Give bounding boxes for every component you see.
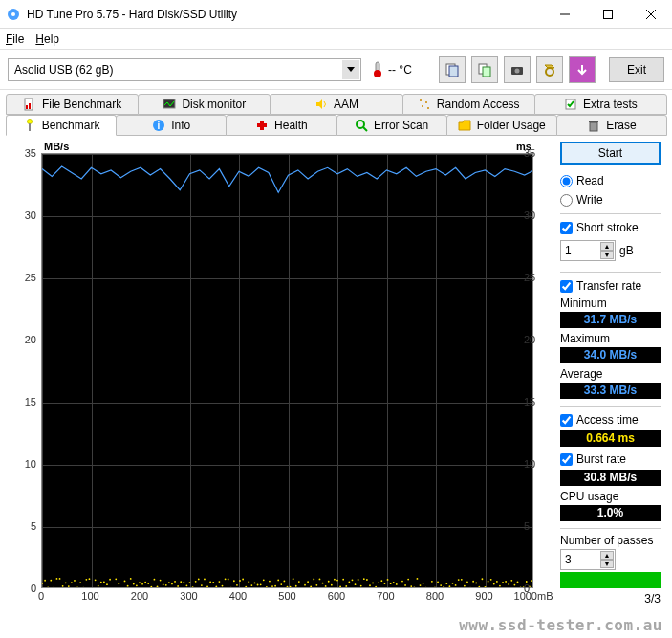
svg-point-171 <box>452 583 454 584</box>
copy-screenshot-button[interactable] <box>471 56 498 83</box>
svg-rect-11 <box>483 67 490 77</box>
svg-point-108 <box>266 586 268 588</box>
spin-up-icon[interactable]: ▲ <box>600 551 614 560</box>
screenshot-button[interactable] <box>504 56 531 83</box>
svg-point-129 <box>328 581 330 583</box>
svg-point-198 <box>531 580 533 582</box>
svg-point-172 <box>455 584 457 586</box>
svg-point-173 <box>458 579 460 581</box>
svg-point-59 <box>121 587 123 588</box>
svg-point-86 <box>201 584 203 586</box>
write-radio[interactable]: Write <box>560 191 661 209</box>
tab-extra-tests[interactable]: Extra tests <box>534 94 667 115</box>
tab-info[interactable]: iInfo <box>116 115 227 136</box>
svg-point-130 <box>331 584 333 586</box>
svg-point-52 <box>100 582 102 583</box>
svg-point-193 <box>517 581 519 583</box>
short-stroke-checkbox[interactable]: Short stroke <box>560 219 661 236</box>
health-icon <box>255 119 269 132</box>
svg-point-39 <box>62 585 64 587</box>
svg-point-150 <box>390 583 392 584</box>
tab-folder-usage[interactable]: Folder Usage <box>446 115 557 136</box>
maximize-button[interactable] <box>586 0 629 29</box>
svg-point-141 <box>363 578 365 580</box>
passes-label: Number of passes <box>560 534 661 547</box>
menu-help[interactable]: Help <box>35 33 59 46</box>
burst-rate-checkbox[interactable]: Burst rate <box>560 451 661 468</box>
svg-rect-31 <box>589 121 598 122</box>
svg-point-122 <box>307 581 309 583</box>
temperature-value: -- °C <box>388 63 412 77</box>
svg-point-95 <box>228 579 229 581</box>
tab-file-benchmark[interactable]: File Benchmark <box>6 94 139 115</box>
transfer-rate-checkbox[interactable]: Transfer rate <box>560 277 661 295</box>
read-radio[interactable]: Read <box>560 172 661 189</box>
tab-disk-monitor[interactable]: Disk monitor <box>138 94 271 115</box>
spin-down-icon[interactable]: ▼ <box>600 251 614 259</box>
svg-point-116 <box>290 586 292 588</box>
maximum-value: 34.0 MB/s <box>560 347 661 363</box>
cpu-usage-label: CPU usage <box>560 490 661 503</box>
save-button[interactable] <box>569 56 596 83</box>
svg-point-113 <box>280 583 282 585</box>
short-stroke-input[interactable]: 1▲▼ <box>560 240 616 261</box>
svg-point-165 <box>434 587 436 588</box>
access-time-value: 0.664 ms <box>560 430 661 447</box>
svg-point-54 <box>106 583 108 585</box>
maximum-label: Maximum <box>560 332 661 345</box>
options-button[interactable] <box>536 56 563 83</box>
tab-error-scan[interactable]: Error Scan <box>336 115 447 136</box>
svg-rect-9 <box>449 66 458 77</box>
tab-benchmark[interactable]: Benchmark <box>6 115 117 136</box>
svg-point-185 <box>493 583 495 585</box>
svg-point-98 <box>236 584 238 586</box>
tab-aam[interactable]: AAM <box>270 94 402 115</box>
svg-point-41 <box>68 585 70 587</box>
short-stroke-unit: gB <box>619 244 634 257</box>
spin-down-icon[interactable]: ▼ <box>600 560 614 568</box>
svg-point-157 <box>410 585 412 587</box>
svg-point-156 <box>407 579 409 581</box>
svg-point-147 <box>380 580 382 582</box>
svg-point-93 <box>222 585 224 587</box>
tab-random-access[interactable]: Random Access <box>402 94 535 115</box>
access-time-checkbox[interactable]: Access time <box>560 411 661 429</box>
menu-file[interactable]: File <box>6 33 24 46</box>
svg-point-143 <box>369 584 371 586</box>
svg-point-177 <box>469 587 471 588</box>
svg-point-140 <box>360 585 362 587</box>
svg-point-56 <box>112 587 114 588</box>
tab-erase[interactable]: Erase <box>556 115 667 136</box>
drive-select[interactable]: Asolid USB (62 gB) <box>8 58 361 81</box>
svg-point-51 <box>98 585 99 587</box>
svg-point-112 <box>277 579 279 581</box>
svg-point-75 <box>168 582 170 583</box>
passes-input[interactable]: 3▲▼ <box>560 549 616 570</box>
close-button[interactable] <box>629 0 672 29</box>
svg-point-50 <box>95 579 97 581</box>
svg-point-34 <box>47 586 49 588</box>
spin-up-icon[interactable]: ▲ <box>600 242 614 251</box>
svg-point-81 <box>186 584 188 586</box>
minimize-button[interactable] <box>543 0 586 29</box>
svg-point-192 <box>514 584 516 586</box>
svg-point-119 <box>298 581 300 583</box>
svg-point-101 <box>245 586 247 588</box>
svg-point-137 <box>352 579 354 581</box>
passes-count: 3/3 <box>560 592 661 605</box>
svg-point-166 <box>437 581 439 583</box>
svg-point-60 <box>124 580 126 582</box>
start-button[interactable]: Start <box>560 142 661 165</box>
svg-point-182 <box>485 586 487 588</box>
exit-button[interactable]: Exit <box>609 57 664 82</box>
app-icon <box>6 7 21 22</box>
copy-info-button[interactable] <box>439 56 466 83</box>
svg-point-170 <box>449 585 451 587</box>
svg-point-139 <box>358 579 359 581</box>
svg-point-180 <box>478 586 480 588</box>
tab-health[interactable]: Health <box>226 115 336 136</box>
svg-point-174 <box>461 579 463 581</box>
svg-point-145 <box>375 586 377 588</box>
svg-point-44 <box>76 586 78 588</box>
svg-point-13 <box>515 68 520 73</box>
